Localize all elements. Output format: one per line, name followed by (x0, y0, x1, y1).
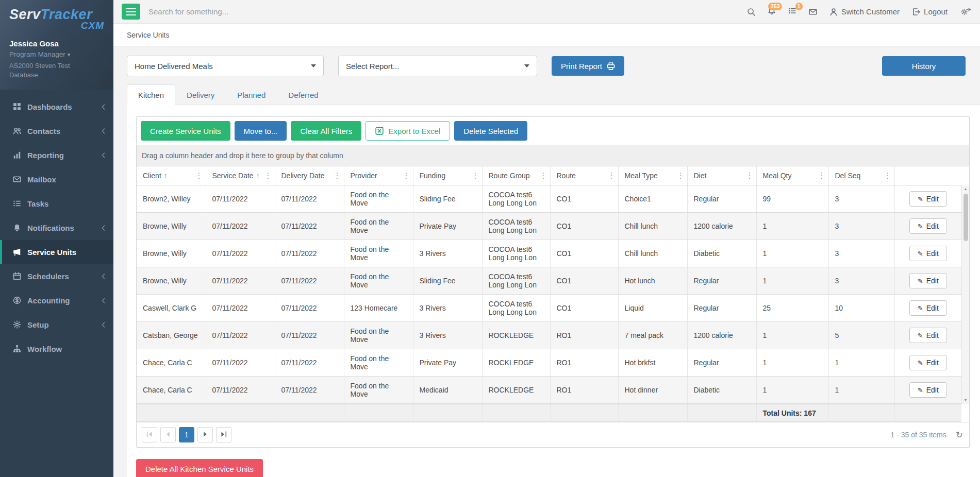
sidebar-item-notifications[interactable]: Notifications (0, 216, 113, 240)
group-by-drop-zone[interactable]: Drag a column header and drop it here to… (137, 145, 969, 166)
breadcrumb: Service Units (127, 31, 169, 39)
move-to-button[interactable]: Move to... (235, 121, 287, 141)
report-dropdown-value: Select Report... (346, 62, 399, 71)
sidebar-item-service-units[interactable]: Service Units (0, 240, 113, 264)
switch-customer-button[interactable]: Switch Customer (829, 7, 900, 16)
search-icon[interactable] (747, 8, 755, 16)
messages-envelope-icon[interactable] (809, 8, 817, 16)
vertical-scrollbar[interactable]: ▲ ▼ (961, 185, 969, 404)
column-header-delivery-date[interactable]: Delivery Date⋮ (275, 166, 344, 185)
sidebar-item-accounting[interactable]: Accounting (0, 288, 113, 313)
column-header-client[interactable]: Client↑⋮ (137, 166, 206, 185)
sidebar-item-tasks[interactable]: Tasks (0, 192, 113, 216)
column-header-route-group[interactable]: Route Group⋮ (482, 166, 550, 185)
table-row[interactable]: Brown2, Willey 07/11/2022 07/11/2022 Foo… (137, 185, 961, 213)
scroll-up-icon[interactable]: ▲ (962, 185, 969, 193)
sidebar-item-contacts[interactable]: Contacts (0, 119, 113, 143)
settings-gears-icon[interactable] (960, 7, 972, 16)
column-header-service-date[interactable]: Service Date↑⋮ (206, 166, 275, 185)
column-menu-icon[interactable]: ⋮ (746, 171, 754, 180)
column-menu-icon[interactable]: ⋮ (334, 171, 341, 180)
tab-deferred[interactable]: Deferred (277, 84, 329, 105)
column-menu-icon[interactable]: ⋮ (608, 171, 616, 180)
pager-page-1-button[interactable]: 1 (179, 427, 194, 442)
edit-button[interactable]: ✎Edit (909, 355, 947, 370)
pager-next-button[interactable] (197, 427, 213, 442)
column-menu-icon[interactable]: ⋮ (677, 171, 685, 180)
cell-del-seq: 3 (828, 213, 894, 240)
sidebar-item-setup[interactable]: Setup (0, 313, 113, 337)
delete-all-kitchen-service-units-button[interactable]: Delete All Kitchen Service Units (136, 459, 263, 477)
search-input[interactable] (148, 7, 370, 16)
sidebar-item-workflow[interactable]: Workflow (0, 337, 113, 361)
column-header-funding[interactable]: Funding⋮ (413, 166, 482, 185)
clear-all-filters-button[interactable]: Clear All Filters (291, 121, 361, 141)
column-menu-icon[interactable]: ⋮ (884, 171, 892, 180)
table-row[interactable]: Browne, Willy 07/11/2022 07/11/2022 Food… (137, 240, 961, 267)
cell-meal-type: Chill lunch (618, 213, 687, 240)
pager-first-button[interactable] (142, 427, 157, 442)
column-header-meal-type[interactable]: Meal Type⋮ (618, 166, 687, 185)
sidebar-item-reporting[interactable]: Reporting (0, 143, 113, 167)
table-row[interactable]: Caswell, Clark G 07/11/2022 07/11/2022 1… (137, 295, 961, 322)
table-row[interactable]: Chace, Carla C 07/11/2022 07/11/2022 Foo… (137, 349, 961, 377)
tab-delivery[interactable]: Delivery (175, 84, 226, 105)
sidebar-item-dashboards[interactable]: Dashboards (0, 95, 113, 119)
sidebar-item-schedulers[interactable]: Schedulers (0, 264, 113, 288)
pager-prev-button[interactable] (160, 427, 176, 442)
report-dropdown[interactable]: Select Report... (338, 56, 537, 76)
edit-button[interactable]: ✎Edit (909, 218, 947, 234)
cell-diet: Regular (687, 267, 756, 295)
scroll-down-icon[interactable]: ▼ (962, 397, 969, 404)
delete-selected-button[interactable]: Delete Selected (454, 121, 527, 141)
column-header-provider[interactable]: Provider⋮ (344, 166, 413, 185)
logout-button[interactable]: Logout (912, 7, 948, 16)
menu-toggle-button[interactable] (122, 4, 140, 20)
scrollbar-thumb[interactable] (964, 194, 968, 241)
notifications-bell-icon[interactable]: 253 (768, 7, 776, 16)
tasks-list-icon[interactable]: 1 (788, 7, 796, 16)
tab-kitchen[interactable]: Kitchen (127, 84, 175, 105)
edit-button[interactable]: ✎Edit (909, 382, 947, 398)
edit-button[interactable]: ✎Edit (909, 191, 947, 207)
sidebar-item-mailbox[interactable]: Mailbox (0, 167, 113, 192)
cell-client: Caswell, Clark G (137, 295, 206, 322)
contacts-icon (12, 127, 21, 135)
column-menu-icon[interactable]: ⋮ (472, 171, 479, 180)
sidebar-header: ServTracker CXM Jessica Gosa Program Man… (0, 0, 113, 90)
column-menu-icon[interactable]: ⋮ (195, 171, 203, 180)
tab-strip: Kitchen Delivery Planned Deferred (127, 84, 980, 105)
column-header-route[interactable]: Route⋮ (550, 166, 618, 185)
table-row[interactable]: Browne, Willy 07/11/2022 07/11/2022 Food… (137, 267, 961, 295)
edit-button[interactable]: ✎Edit (909, 273, 947, 288)
column-menu-icon[interactable]: ⋮ (540, 171, 547, 180)
program-dropdown[interactable]: Home Delivered Meals (127, 56, 324, 76)
tab-planned[interactable]: Planned (226, 84, 277, 105)
column-menu-icon[interactable]: ⋮ (403, 171, 410, 180)
create-service-units-button[interactable]: Create Service Units (141, 121, 230, 141)
cell-delivery-date: 07/11/2022 (275, 377, 344, 404)
cell-actions: ✎Edit (894, 295, 961, 322)
pager-last-button[interactable] (216, 427, 231, 442)
table-row[interactable]: Browne, Willy 07/11/2022 07/11/2022 Food… (137, 213, 961, 240)
export-to-excel-button[interactable]: Export to Excel (366, 121, 450, 141)
cell-meal-qty: 1 (756, 240, 828, 267)
column-header-meal-qty[interactable]: Meal Qty⋮ (756, 166, 828, 185)
column-title: Client (143, 172, 161, 180)
user-role-dropdown[interactable]: Program Manager ▾ (9, 50, 104, 58)
chevron-left-icon (102, 104, 105, 110)
table-row[interactable]: Catsban, George 07/11/2022 07/11/2022 Fo… (137, 322, 961, 349)
column-header-diet[interactable]: Diet⋮ (687, 166, 756, 185)
table-row[interactable]: Chace, Carla C 07/11/2022 07/11/2022 Foo… (137, 377, 961, 404)
cell-meal-qty: 1 (756, 267, 828, 295)
edit-button[interactable]: ✎Edit (909, 246, 947, 261)
print-report-button[interactable]: Print Report (552, 56, 624, 76)
column-menu-icon[interactable]: ⋮ (818, 171, 826, 180)
chevron-left-icon (102, 128, 105, 134)
edit-button[interactable]: ✎Edit (909, 300, 947, 316)
column-header-del-seq[interactable]: Del Seq⋮ (828, 166, 894, 185)
refresh-icon[interactable]: ↻ (956, 430, 963, 440)
edit-button[interactable]: ✎Edit (909, 328, 947, 343)
column-menu-icon[interactable]: ⋮ (264, 171, 272, 180)
history-button[interactable]: History (882, 56, 966, 76)
